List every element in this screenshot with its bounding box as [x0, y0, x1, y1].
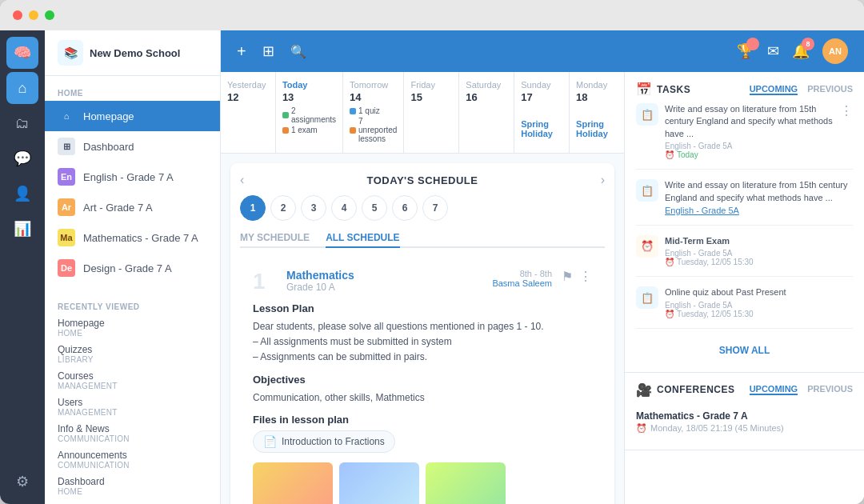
brain-icon: 🧠 [14, 44, 31, 62]
day-num-saturday: 16 [466, 91, 507, 103]
titlebar [0, 0, 864, 30]
period-btn-3[interactable]: 3 [301, 195, 326, 221]
file-chip-pdf[interactable]: 📄 Introduction to Fractions [253, 430, 395, 453]
tasks-section: 📅 TASKS UPCOMING PREVIOUS 📋 Write and [625, 72, 864, 373]
rv-title-info: Info & News [58, 423, 207, 434]
home-item-icon: ⌂ [58, 107, 75, 125]
user-icon: 👤 [14, 185, 31, 202]
cal-event-quiz: 1 quiz [350, 106, 397, 115]
task-due-4: ⏰ Tuesday, 12/05 15:30 [665, 310, 853, 318]
lesson-card: 1 Mathematics Grade 10 A 8th - 8th Basma… [240, 258, 605, 504]
brain-icon-btn[interactable]: 🧠 [6, 37, 38, 69]
conf-clock-icon: ⏰ [636, 423, 647, 434]
lesson-time: 8th - 8th [492, 269, 552, 278]
period-btn-7[interactable]: 7 [422, 195, 448, 221]
icon-bar-top: 🧠 ⌂ 🗂 💬 👤 📊 [6, 37, 38, 462]
period-btn-4[interactable]: 4 [331, 195, 357, 221]
lesson-image-3 [426, 462, 506, 504]
all-schedule-tab[interactable]: ALL SCHEDULE [326, 229, 399, 248]
period-btn-6[interactable]: 6 [392, 195, 418, 221]
rv-item-users[interactable]: Users MANAGEMENT [45, 394, 220, 420]
day-num-monday: 18 [576, 91, 618, 103]
task-item-1: 📋 Write and essay on literature from 15t… [636, 103, 853, 170]
content-area: Yesterday 12 Today 13 2 assignments [221, 72, 864, 504]
period-btn-2[interactable]: 2 [270, 195, 296, 221]
rv-item-dashboard[interactable]: Dashboard HOME [45, 473, 220, 499]
briefcase-nav-btn[interactable]: 🗂 [6, 107, 38, 139]
math-label: Mathematics - Grade 7 A [83, 232, 198, 244]
chat-nav-btn[interactable]: 💬 [6, 142, 38, 174]
sidebar-item-design[interactable]: De Design - Grade 7 A [45, 253, 220, 283]
close-dot[interactable] [13, 10, 22, 20]
lesson-image-2 [339, 462, 419, 504]
chart-nav-btn[interactable]: 📊 [6, 213, 38, 245]
day-num-today: 13 [282, 91, 336, 103]
dashboard-item-icon: ⊞ [58, 138, 75, 155]
period-btn-5[interactable]: 5 [362, 195, 387, 221]
rv-sub-announcements: COMMUNICATION [58, 461, 207, 470]
rv-item-homepage[interactable]: Homepage HOME [45, 314, 220, 341]
trophy-button[interactable]: 🏆 [737, 42, 754, 60]
gear-nav-btn[interactable]: ⚙ [6, 466, 38, 498]
search-icon[interactable]: 🔍 [290, 44, 306, 59]
task-subject-1: English - Grade 5A [665, 142, 834, 150]
period-btn-1[interactable]: 1 [240, 195, 266, 221]
bell-button[interactable]: 🔔 8 [792, 42, 810, 60]
rv-item-announcements[interactable]: Announcements COMMUNICATION [45, 446, 220, 473]
home-nav-btn[interactable]: ⌂ [6, 72, 38, 104]
art-item-icon: Ar [58, 198, 75, 216]
monday-holiday: Spring Holiday [576, 119, 618, 138]
schedule-next-btn[interactable]: › [601, 173, 605, 187]
tasks-previous-tab[interactable]: PREVIOUS [807, 84, 853, 95]
minimize-dot[interactable] [29, 10, 38, 20]
lesson-info: Mathematics Grade 10 A [286, 269, 482, 293]
rv-item-info[interactable]: Info & News COMMUNICATION [45, 420, 220, 446]
more-icon[interactable]: ⋮ [579, 269, 592, 284]
rv-item-quizzes[interactable]: Quizzes LIBRARY [45, 341, 220, 367]
conf-subject-1: Mathematics - Grade 7 A [636, 410, 853, 422]
homepage-label: Homepage [83, 110, 134, 122]
conf-upcoming-tab[interactable]: UPCOMING [750, 384, 798, 395]
lesson-teacher: Basma Saleem [492, 278, 552, 288]
schedule-section: ‹ TODAY'S SCHEDULE › 1 2 3 4 5 6 7 [230, 163, 614, 504]
chart-icon: 📊 [14, 220, 31, 238]
task-link-2[interactable]: English - Grade 5A [665, 206, 853, 215]
maximize-dot[interactable] [45, 10, 54, 20]
trophy-badge [746, 38, 759, 50]
rv-sub-users: MANAGEMENT [58, 408, 207, 417]
objectives-section: Objectives Communication, other skills, … [253, 374, 592, 406]
sidebar-item-math[interactable]: Ma Mathematics - Grade 7 A [45, 222, 220, 253]
sidebar-item-english[interactable]: En English - Grade 7 A [45, 162, 220, 192]
mail-button[interactable]: ✉ [767, 42, 779, 60]
cal-event-lessons: 7 unreported lessons [350, 117, 397, 143]
my-schedule-tab[interactable]: MY SCHEDULE [240, 229, 310, 246]
app-window: 🧠 ⌂ 🗂 💬 👤 📊 ⚙ [0, 0, 864, 504]
right-panel: 📅 TASKS UPCOMING PREVIOUS 📋 Write and [624, 72, 864, 504]
sidebar-item-dashboard[interactable]: ⊞ Dashboard [45, 131, 220, 162]
lesson-class: Grade 10 A [286, 282, 482, 293]
task-item-2: 📋 Write and essay on literature from 15t… [636, 179, 853, 226]
show-all-tasks-btn[interactable]: SHOW ALL [636, 338, 853, 362]
sidebar-item-art[interactable]: Ar Art - Grade 7 A [45, 192, 220, 222]
rv-item-courses[interactable]: Courses MANAGEMENT [45, 367, 220, 394]
conf-title: CONFERENCES [657, 384, 735, 395]
add-button[interactable]: + [237, 42, 246, 61]
conferences-section: 🎥 CONFERENCES UPCOMING PREVIOUS Mathemat… [625, 373, 864, 450]
task-more-btn-1[interactable]: ⋮ [840, 103, 853, 159]
art-label: Art - Grade 7 A [83, 202, 153, 214]
day-num-sunday: 17 [521, 91, 562, 103]
sidebar-item-homepage[interactable]: ⌂ Homepage [45, 101, 220, 131]
design-label: Design - Grade 7 A [83, 262, 172, 274]
grid-icon[interactable]: ⊞ [262, 42, 274, 60]
user-avatar[interactable]: AN [822, 38, 848, 64]
sunday-holiday: Spring Holiday [521, 119, 562, 138]
day-name-monday: Monday [576, 80, 618, 90]
tasks-upcoming-tab[interactable]: UPCOMING [750, 84, 798, 95]
calendar-strip: Yesterday 12 Today 13 2 assignments [221, 72, 624, 154]
conf-tabs: UPCOMING PREVIOUS [750, 384, 853, 395]
conf-previous-tab[interactable]: PREVIOUS [807, 384, 853, 395]
flag-icon[interactable]: ⚑ [562, 269, 573, 284]
lesson-subject[interactable]: Mathematics [286, 269, 482, 282]
chat-icon: 💬 [14, 150, 31, 167]
user-nav-btn[interactable]: 👤 [6, 178, 38, 210]
